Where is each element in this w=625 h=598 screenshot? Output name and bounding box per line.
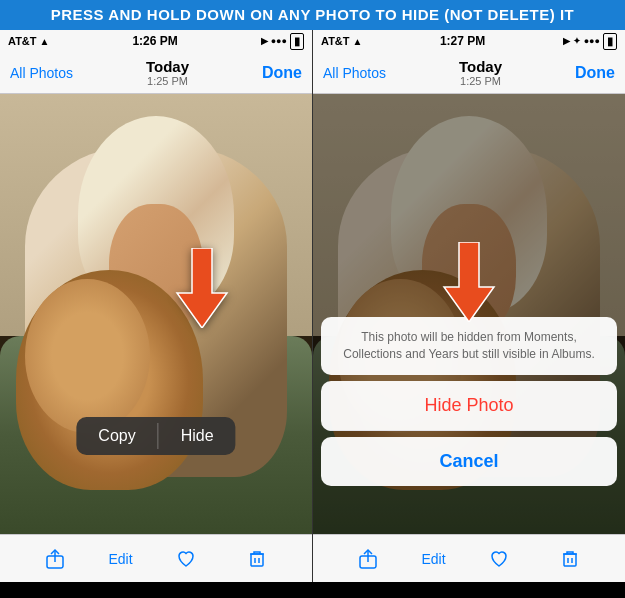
right-share-button[interactable] (350, 541, 386, 577)
right-phone-panel: AT&T ▲ 1:27 PM ▶ ✦ ●●● ▮ All Photos Toda… (313, 30, 625, 582)
right-back-button[interactable]: All Photos (323, 65, 386, 81)
share-button[interactable] (37, 541, 73, 577)
right-nav-title-group: Today 1:25 PM (459, 58, 502, 87)
right-status-bar: AT&T ▲ 1:27 PM ▶ ✦ ●●● ▮ (313, 30, 625, 52)
like-button[interactable] (168, 541, 204, 577)
svg-rect-3 (251, 554, 263, 566)
action-sheet-cancel-group: Cancel (321, 437, 617, 486)
left-status-right: ▶ ●●● ▮ (261, 33, 304, 50)
right-wifi-icon: ▲ (353, 36, 363, 47)
left-location-icon: ▶ (261, 36, 268, 46)
context-menu: Copy Hide (76, 417, 235, 455)
action-sheet: This photo will be hidden from Moments, … (313, 317, 625, 486)
left-back-button[interactable]: All Photos (10, 65, 73, 81)
right-edit-button[interactable]: Edit (421, 551, 445, 567)
svg-marker-6 (444, 242, 494, 322)
left-nav-subtitle: 1:25 PM (146, 75, 189, 87)
right-status-right: ▶ ✦ ●●● ▮ (563, 33, 617, 50)
left-status-left: AT&T ▲ (8, 35, 49, 47)
left-time: 1:26 PM (132, 34, 177, 48)
right-toolbar: Edit (313, 534, 625, 582)
right-done-button[interactable]: Done (575, 64, 615, 82)
banner-text: PRESS AND HOLD DOWN ON ANY PHOTO TO HIDE… (51, 6, 575, 23)
left-phone-panel: AT&T ▲ 1:26 PM ▶ ●●● ▮ All Photos Today … (0, 30, 313, 582)
left-nav-title: Today (146, 58, 189, 75)
svg-rect-9 (564, 554, 576, 566)
action-sheet-buttons: Hide Photo (321, 381, 617, 431)
left-done-button[interactable]: Done (262, 64, 302, 82)
left-wifi-icon: ▲ (40, 36, 50, 47)
right-nav-subtitle: 1:25 PM (459, 75, 502, 87)
right-signal-icon: ●●● (584, 36, 600, 46)
left-signal-icon: ●●● (271, 36, 287, 46)
left-nav-title-group: Today 1:25 PM (146, 58, 189, 87)
right-battery-icon: ▮ (603, 33, 617, 50)
left-carrier: AT&T (8, 35, 37, 47)
svg-marker-0 (177, 248, 227, 328)
instruction-banner: PRESS AND HOLD DOWN ON ANY PHOTO TO HIDE… (0, 0, 625, 30)
left-battery-icon: ▮ (290, 33, 304, 50)
copy-menu-item[interactable]: Copy (76, 417, 157, 455)
right-carrier: AT&T (321, 35, 350, 47)
left-toolbar: Edit (0, 534, 312, 582)
right-nav-title: Today (459, 58, 502, 75)
delete-button[interactable] (239, 541, 275, 577)
right-location-icon: ▶ (563, 36, 570, 46)
right-nav-bar: All Photos Today 1:25 PM Done (313, 52, 625, 94)
right-arrow-indicator (439, 242, 499, 326)
edit-button[interactable]: Edit (108, 551, 132, 567)
hide-photo-button[interactable]: Hide Photo (321, 381, 617, 431)
right-like-button[interactable] (481, 541, 517, 577)
right-status-left: AT&T ▲ (321, 35, 362, 47)
right-delete-button[interactable] (552, 541, 588, 577)
right-bluetooth-icon: ✦ (573, 36, 581, 46)
right-photo-area: This photo will be hidden from Moments, … (313, 94, 625, 534)
cancel-button[interactable]: Cancel (321, 437, 617, 486)
left-status-bar: AT&T ▲ 1:26 PM ▶ ●●● ▮ (0, 30, 312, 52)
left-nav-bar: All Photos Today 1:25 PM Done (0, 52, 312, 94)
left-dog-face (25, 279, 150, 433)
hide-menu-item[interactable]: Hide (159, 417, 236, 455)
action-sheet-message: This photo will be hidden from Moments, … (321, 317, 617, 375)
right-time: 1:27 PM (440, 34, 485, 48)
left-photo-area: Copy Hide (0, 94, 312, 534)
